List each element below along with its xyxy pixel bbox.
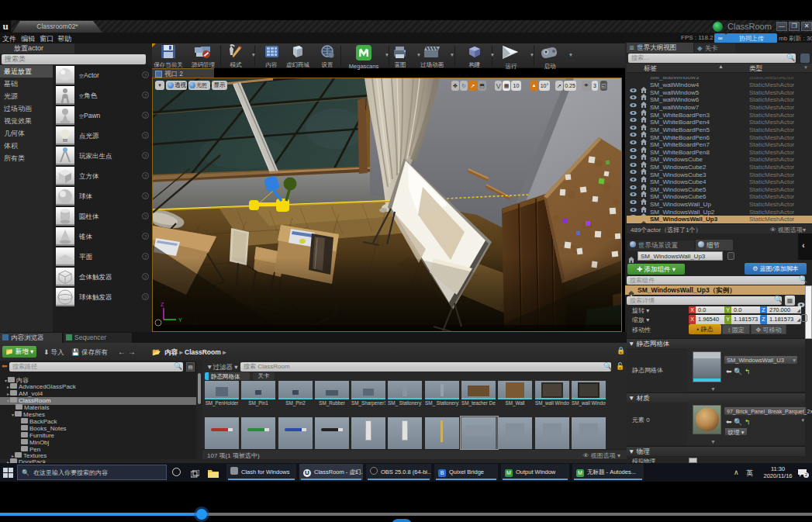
- svg-text:Y: Y: [178, 317, 182, 323]
- svg-text:Z: Z: [161, 302, 164, 307]
